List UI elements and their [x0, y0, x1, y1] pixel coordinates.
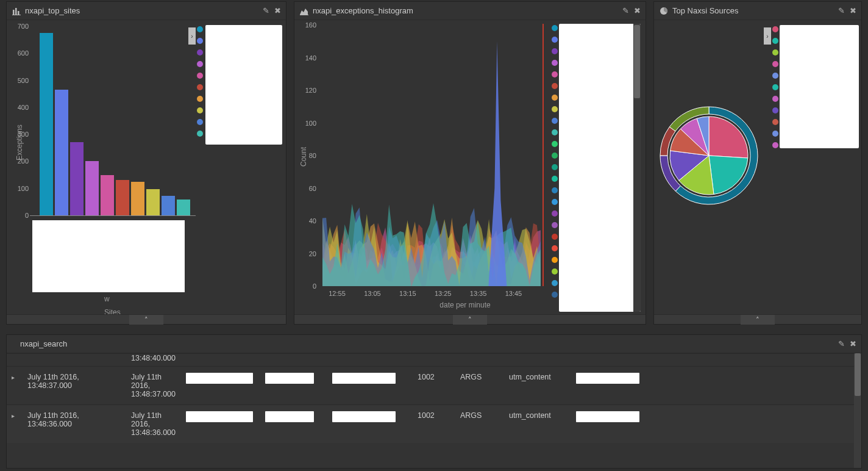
legend-swatch[interactable]	[552, 234, 558, 240]
bar[interactable]	[40, 33, 53, 215]
legend-swatch[interactable]	[552, 164, 558, 170]
legend-swatch[interactable]	[197, 26, 203, 32]
bar[interactable]	[85, 161, 99, 215]
bar-chart[interactable]	[37, 26, 196, 215]
legend-swatch[interactable]	[772, 26, 778, 32]
bar[interactable]	[131, 182, 144, 215]
legend-swatch[interactable]	[552, 268, 558, 275]
x-tick: 13:15	[396, 290, 420, 297]
bar[interactable]	[116, 180, 129, 215]
cell-redacted	[327, 411, 413, 424]
legend-swatch[interactable]	[552, 245, 558, 251]
bar[interactable]	[146, 189, 160, 215]
legend-swatch[interactable]	[772, 119, 778, 125]
x-axis-sublabel: w	[104, 295, 110, 303]
svg-rect-3	[12, 15, 21, 15]
legend-swatch[interactable]	[552, 176, 558, 182]
area-chart[interactable]	[319, 24, 550, 286]
legend-swatch[interactable]	[197, 84, 203, 90]
scrollbar[interactable]	[854, 353, 861, 468]
scrollbar-thumb[interactable]	[855, 353, 861, 396]
cell-redacted	[181, 373, 260, 386]
chevron-right-icon: ›	[191, 33, 193, 40]
legend-swatch[interactable]	[552, 60, 558, 66]
bar[interactable]	[70, 142, 84, 215]
bar[interactable]	[162, 196, 175, 215]
cell-args: ARGS	[455, 411, 504, 420]
legend-swatch[interactable]	[197, 61, 203, 67]
legend-swatch[interactable]	[552, 71, 558, 77]
legend-swatch[interactable]	[552, 25, 558, 31]
legend-swatch[interactable]	[552, 37, 558, 43]
panel-expand-toggle[interactable]: ˄	[129, 315, 163, 325]
edit-icon[interactable]: ✎	[263, 6, 269, 15]
legend-swatch[interactable]	[197, 119, 203, 125]
legend[interactable]	[780, 25, 859, 148]
legend-swatch[interactable]	[552, 48, 558, 54]
legend-swatch[interactable]	[197, 131, 203, 137]
cell-timestamp: July 11th 2016, 13:48:36.000	[23, 411, 126, 428]
legend-swatch[interactable]	[772, 107, 778, 113]
legend-swatch[interactable]	[552, 280, 558, 286]
legend-swatch[interactable]	[552, 153, 558, 159]
expand-row-icon[interactable]	[12, 354, 23, 355]
panel-expand-toggle[interactable]: ˄	[741, 315, 775, 325]
edit-icon[interactable]: ✎	[838, 339, 845, 348]
chevron-up-icon: ˄	[756, 316, 760, 324]
legend-swatch[interactable]	[772, 84, 778, 90]
chevron-up-icon: ˄	[468, 316, 472, 324]
edit-icon[interactable]: ✎	[838, 6, 845, 15]
bar[interactable]	[177, 200, 190, 215]
edit-icon[interactable]: ✎	[622, 6, 629, 15]
legend-swatch[interactable]	[197, 49, 203, 56]
legend[interactable]	[559, 24, 641, 312]
legend-swatch[interactable]	[552, 95, 558, 101]
legend-swatch[interactable]	[197, 73, 203, 79]
expand-row-icon[interactable]: ▸	[12, 373, 23, 381]
close-icon[interactable]: ✖	[850, 339, 856, 348]
legend-swatch[interactable]	[772, 96, 778, 102]
scrollbar-thumb[interactable]	[634, 25, 640, 98]
legend-swatch[interactable]	[552, 187, 558, 193]
legend-swatch[interactable]	[552, 199, 558, 205]
legend-swatch[interactable]	[772, 49, 778, 56]
bar-chart-icon	[12, 6, 21, 16]
legend-swatch[interactable]	[197, 107, 203, 113]
scrollbar[interactable]	[633, 24, 641, 312]
legend-swatch[interactable]	[772, 38, 778, 44]
panel-expand-toggle[interactable]: ˄	[453, 315, 487, 325]
y-tick: 100	[298, 120, 316, 127]
legend-swatch[interactable]	[552, 222, 558, 228]
legend[interactable]	[205, 25, 282, 145]
close-icon[interactable]: ✖	[850, 6, 856, 15]
legend-swatch[interactable]	[772, 131, 778, 137]
bar[interactable]	[101, 175, 114, 215]
expand-row-icon[interactable]: ▸	[12, 411, 23, 419]
legend-swatch[interactable]	[197, 96, 203, 102]
legend-swatch[interactable]	[772, 61, 778, 67]
legend-toggle[interactable]: ›	[188, 27, 196, 45]
legend-swatch[interactable]	[552, 106, 558, 112]
panel-title: nxapi_exceptions_histogram	[313, 6, 622, 15]
x-tick: 12:55	[325, 290, 349, 297]
panel-histogram: nxapi_exceptions_histogram ✎ ✖ 020406080…	[294, 1, 646, 325]
legend-swatch[interactable]	[552, 83, 558, 89]
legend-swatch[interactable]	[552, 292, 558, 298]
legend-swatch[interactable]	[552, 141, 558, 147]
legend-swatch[interactable]	[552, 257, 558, 263]
panel-header: nxapi_exceptions_histogram ✎ ✖	[294, 2, 646, 20]
y-tick: 140	[298, 54, 316, 62]
legend-swatch[interactable]	[197, 38, 203, 44]
legend-swatch[interactable]	[552, 118, 558, 124]
legend-swatch[interactable]	[772, 142, 778, 148]
close-icon[interactable]: ✖	[274, 6, 281, 15]
svg-rect-2	[18, 11, 20, 15]
legend-swatch[interactable]	[552, 210, 558, 217]
legend-toggle[interactable]: ›	[764, 27, 771, 45]
legend-swatch[interactable]	[552, 129, 558, 135]
panel-body: 13:48:40.000 ▸ July 11th 2016, 13:48:37.…	[7, 353, 861, 468]
bar[interactable]	[55, 90, 68, 215]
legend-swatch[interactable]	[772, 73, 778, 79]
close-icon[interactable]: ✖	[634, 6, 641, 15]
pie-chart[interactable]	[659, 106, 759, 207]
